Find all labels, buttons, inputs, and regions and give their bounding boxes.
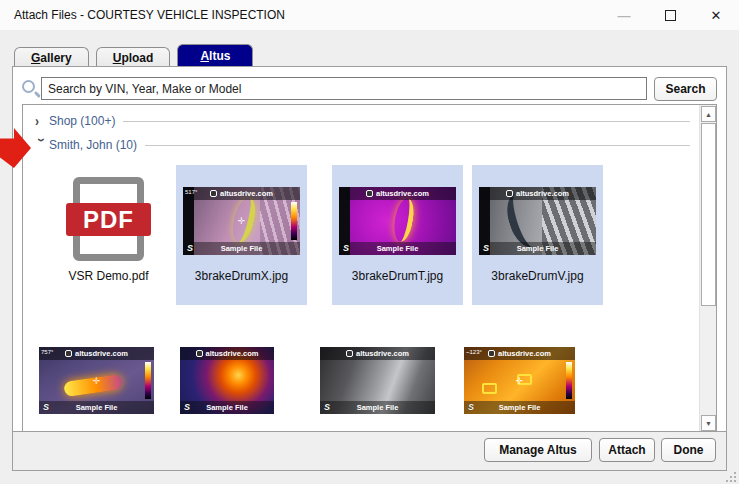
tab-bar: Gallery Upload Altus	[14, 44, 260, 67]
file-item-3brakedrumx[interactable]: 517° altusdrive.com ✛ S Sample File 3bra…	[176, 165, 307, 305]
snapon-logo-icon: S	[468, 402, 474, 412]
resize-grip[interactable]	[726, 472, 736, 482]
chevron-down-icon: ›	[34, 138, 50, 152]
window-controls: — ✕	[601, 0, 739, 30]
watermark-bar: altusdrive.com	[479, 187, 596, 200]
pdf-red-band: PDF	[66, 203, 151, 236]
chevron-right-icon: ›	[35, 113, 49, 129]
altus-logo-icon	[346, 350, 353, 357]
file-caption: VSR Demo.pdf	[47, 269, 170, 283]
file-caption: 3brakeDrumT.jpg	[332, 269, 463, 283]
sample-bar: Sample File	[320, 401, 435, 414]
altus-logo-icon	[366, 190, 373, 197]
thermal-scale-bar	[291, 202, 297, 240]
file-item-3brakedrumt[interactable]: altusdrive.com S Sample File 3brakeDrumT…	[332, 165, 463, 305]
snapon-logo-icon: S	[187, 243, 193, 253]
maximize-icon[interactable]	[647, 0, 693, 30]
section-shop[interactable]: › Shop (100+)	[35, 113, 690, 129]
sample-bar: Sample File	[339, 242, 456, 255]
attach-button[interactable]: Attach	[599, 438, 655, 462]
sample-bar: Sample File	[39, 401, 154, 414]
file-item-photo-undercarriage[interactable]: altusdrive.com S Sample File	[320, 347, 435, 414]
file-item-vsr-demo-pdf[interactable]: PDF VSR Demo.pdf	[47, 165, 170, 305]
file-item-thermal-dashboard[interactable]: ~123° altusdrive.com ✛ S Sample File	[464, 347, 575, 414]
crosshair-icon: ✛	[238, 216, 246, 226]
section-rule	[145, 145, 690, 146]
scrollbar-thumb[interactable]	[701, 123, 716, 306]
search-icon	[22, 80, 35, 93]
maximize-box-glyph	[665, 10, 676, 21]
tab-altus[interactable]: Altus	[177, 44, 253, 67]
search-input[interactable]	[41, 77, 647, 100]
thumbnail-photo-brake-drum-v: altusdrive.com S Sample File	[479, 187, 596, 255]
sample-bar: Sample File	[180, 401, 274, 414]
thermal-scale-bar	[145, 362, 151, 399]
altus-logo-icon	[65, 350, 72, 357]
section-title: Smith, John (10)	[49, 138, 145, 152]
tab-upload[interactable]: Upload	[96, 47, 171, 67]
altus-logo-icon	[506, 190, 513, 197]
thermal-hot-arc	[391, 197, 416, 243]
crosshair-icon: ✛	[93, 376, 101, 386]
tab-gallery[interactable]: Gallery	[14, 47, 89, 67]
snapon-logo-icon: S	[483, 243, 489, 253]
minimize-icon[interactable]: —	[601, 0, 647, 30]
file-list-panel: › Shop (100+) › Smith, John (10) PDF VSR…	[22, 104, 717, 433]
altus-tab-page: Search › Shop (100+) › Smith, John (10) …	[12, 66, 727, 471]
crosshair-icon: ✛	[516, 376, 524, 386]
sample-bar: Sample File	[479, 242, 596, 255]
section-rule	[123, 121, 690, 122]
dash-vent-shape	[482, 383, 497, 394]
thumbnail-thermal-brake-drum-t: altusdrive.com S Sample File	[339, 187, 456, 255]
thumbnail-thermal-brake-drum-x: 517° altusdrive.com ✛ S Sample File	[183, 187, 300, 255]
scroll-down-icon[interactable]: ▼	[701, 415, 716, 431]
temp-readout: 517°	[185, 189, 197, 195]
close-icon[interactable]: ✕	[693, 0, 739, 30]
window-title: Attach Files - COURTESY VEHICLE INSPECTI…	[14, 8, 285, 22]
watermark-bar: altusdrive.com	[39, 347, 154, 360]
done-button[interactable]: Done	[661, 438, 716, 462]
file-item-thermal-exhaust[interactable]: 757° altusdrive.com ✛ S Sample File	[39, 347, 154, 414]
titlebar: Attach Files - COURTESY VEHICLE INSPECTI…	[0, 0, 739, 30]
dialog-footer: Manage Altus Attach Done	[13, 431, 726, 470]
snapon-logo-icon: S	[343, 243, 349, 253]
watermark-bar: altusdrive.com	[320, 347, 435, 360]
sample-bar: Sample File	[464, 401, 575, 414]
pdf-file-icon: PDF	[66, 177, 151, 261]
temp-readout: 757°	[41, 349, 53, 355]
altus-logo-icon	[488, 350, 495, 357]
sample-bar: Sample File	[183, 242, 300, 255]
scroll-up-icon[interactable]: ▲	[701, 106, 716, 122]
snapon-logo-icon: S	[184, 402, 190, 412]
temp-readout: ~123°	[466, 349, 482, 355]
manage-altus-button[interactable]: Manage Altus	[484, 438, 592, 462]
vertical-scrollbar[interactable]: ▲ ▼	[699, 105, 716, 432]
thermal-scale-bar	[566, 362, 572, 399]
file-caption: 3brakeDrumX.jpg	[176, 269, 307, 283]
search-button[interactable]: Search	[654, 77, 717, 101]
watermark-bar: altusdrive.com	[183, 187, 300, 200]
snapon-logo-icon: S	[43, 402, 49, 412]
altus-logo-icon	[196, 350, 203, 357]
section-title: Shop (100+)	[49, 114, 123, 128]
file-item-thermal-arm[interactable]: altusdrive.com S Sample File	[180, 347, 274, 414]
snapon-logo-icon: S	[324, 402, 330, 412]
watermark-bar: altusdrive.com	[339, 187, 456, 200]
section-smith-john[interactable]: › Smith, John (10)	[35, 137, 690, 153]
file-item-3brakedrumv[interactable]: altusdrive.com S Sample File 3brakeDrumV…	[472, 165, 603, 305]
altus-logo-icon	[210, 190, 217, 197]
attach-files-dialog: Attach Files - COURTESY VEHICLE INSPECTI…	[0, 0, 739, 484]
file-caption: 3brakeDrumV.jpg	[472, 269, 603, 283]
watermark-bar: altusdrive.com	[180, 347, 274, 360]
